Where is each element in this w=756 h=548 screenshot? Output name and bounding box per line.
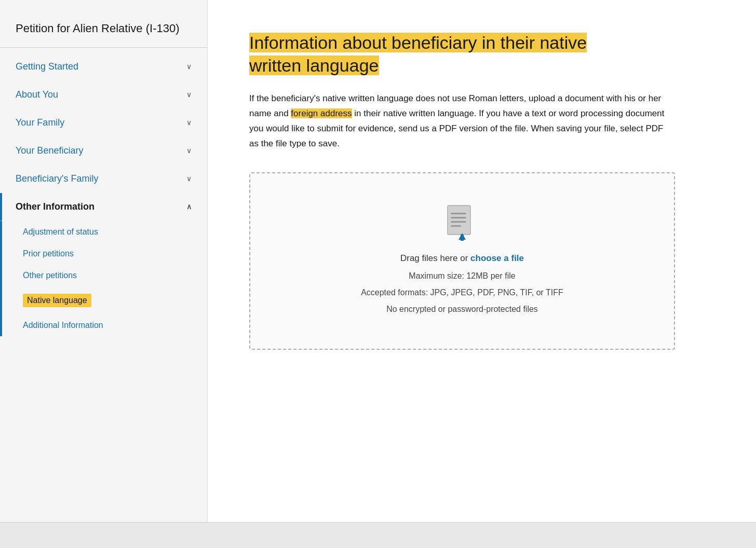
title-highlight-2: written language	[249, 56, 379, 75]
svg-rect-6	[461, 235, 464, 241]
svg-rect-0	[448, 206, 470, 235]
nav-item-label: Getting Started	[16, 61, 78, 72]
upload-drag-text: Drag files here or choose a file	[271, 253, 653, 264]
bottom-bar	[0, 522, 756, 548]
svg-rect-4	[451, 225, 461, 227]
chevron-down-icon: ∨	[186, 90, 192, 99]
no-encrypted-text: No encrypted or password-protected files	[271, 301, 653, 318]
chevron-down-icon: ∨	[186, 146, 192, 155]
sidebar-item-other-petitions[interactable]: Other petitions	[2, 265, 207, 286]
sidebar-item-native-language[interactable]: Native language	[23, 294, 91, 307]
nav-item-label: About You	[16, 89, 58, 100]
description-text: If the beneficiary's native written lang…	[249, 91, 675, 152]
native-language-wrapper: Native language	[2, 286, 207, 314]
chevron-down-icon: ∨	[186, 62, 192, 71]
sidebar-title: Petition for Alien Relative (I-130)	[0, 21, 207, 48]
upload-dropzone[interactable]: Drag files here or choose a file Maximum…	[249, 172, 675, 350]
sidebar-item-additional-information[interactable]: Additional Information	[2, 314, 207, 336]
nav-item-label: Beneficiary's Family	[16, 173, 98, 184]
page-title: Information about beneficiary in their n…	[249, 31, 714, 77]
sidebar-item-getting-started[interactable]: Getting Started ∨	[0, 53, 207, 81]
sidebar: Petition for Alien Relative (I-130) Gett…	[0, 0, 208, 548]
sidebar-item-your-family[interactable]: Your Family ∨	[0, 109, 207, 137]
svg-rect-1	[451, 213, 466, 214]
formats-text: Accepted formats: JPG, JPEG, PDF, PNG, T…	[271, 284, 653, 301]
main-content: Information about beneficiary in their n…	[208, 0, 756, 548]
sidebar-item-other-information[interactable]: Other Information ∧	[0, 193, 207, 221]
nav-item-label: Your Beneficiary	[16, 145, 83, 156]
foreign-address-highlight: foreign address	[291, 108, 352, 118]
upload-icon-container	[271, 204, 653, 243]
title-highlight: Information about beneficiary in their n…	[249, 33, 587, 52]
nav-item-label: Your Family	[16, 117, 64, 128]
max-size-text: Maximum size: 12MB per file	[271, 268, 653, 284]
chevron-down-icon: ∨	[186, 118, 192, 127]
sidebar-item-beneficiarys-family[interactable]: Beneficiary's Family ∨	[0, 165, 207, 193]
svg-rect-3	[451, 221, 466, 223]
chevron-down-icon: ∨	[186, 174, 192, 183]
sidebar-item-prior-petitions[interactable]: Prior petitions	[2, 243, 207, 265]
chevron-up-icon: ∧	[186, 202, 192, 211]
nav-item-label: Other Information	[16, 201, 95, 212]
nav-section: Getting Started ∨ About You ∨ Your Famil…	[0, 53, 207, 336]
upload-metadata: Maximum size: 12MB per file Accepted for…	[271, 268, 653, 318]
document-icon	[447, 204, 478, 241]
svg-rect-2	[451, 217, 466, 218]
choose-file-link[interactable]: choose a file	[470, 253, 524, 263]
sidebar-item-your-beneficiary[interactable]: Your Beneficiary ∨	[0, 137, 207, 165]
sidebar-item-adjustment-of-status[interactable]: Adjustment of status	[2, 221, 207, 243]
sub-navigation: Adjustment of status Prior petitions Oth…	[0, 221, 207, 336]
sidebar-item-about-you[interactable]: About You ∨	[0, 81, 207, 109]
